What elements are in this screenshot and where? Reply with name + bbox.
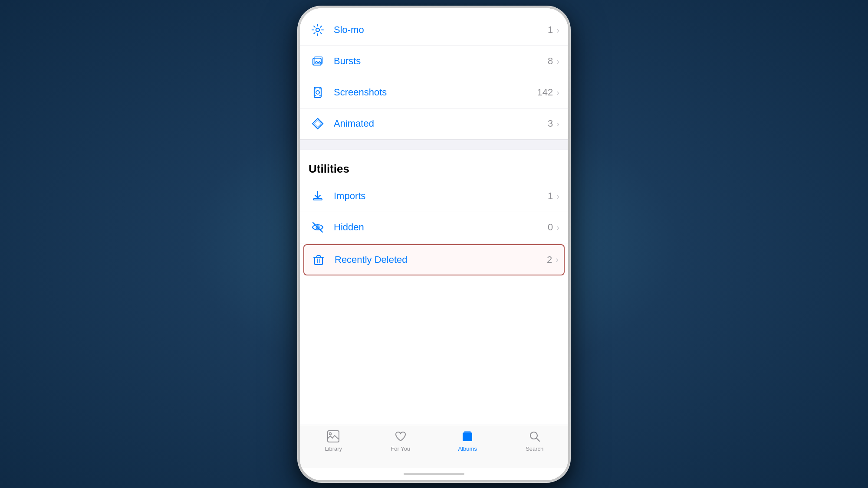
chevron-icon: › (556, 119, 559, 129)
list-item[interactable]: Bursts 8 › (300, 46, 568, 77)
svg-line-6 (320, 33, 322, 34)
list-item[interactable]: Screenshots 142 › (300, 77, 568, 108)
animated-icon (309, 115, 327, 133)
svg-line-8 (314, 33, 315, 34)
svg-rect-23 (313, 199, 322, 200)
chevron-icon: › (556, 255, 559, 265)
item-label: Hidden (334, 222, 548, 233)
svg-rect-33 (464, 431, 471, 433)
tab-library[interactable]: Library (312, 429, 355, 452)
svg-line-5 (314, 26, 315, 27)
screen-content: Slo-mo 1 › Bursts 8 (300, 8, 568, 480)
item-label: Slo-mo (334, 24, 548, 36)
chevron-icon: › (556, 56, 559, 66)
list-item[interactable]: Slo-mo 1 › (300, 15, 568, 46)
top-spacing (300, 8, 568, 15)
svg-point-0 (316, 28, 319, 32)
hidden-icon (309, 218, 327, 236)
svg-line-7 (320, 26, 322, 27)
item-label: Bursts (334, 56, 548, 67)
svg-rect-32 (463, 432, 472, 441)
tab-search-label: Search (526, 445, 543, 452)
item-label: Screenshots (334, 87, 537, 98)
item-label: Imports (334, 190, 548, 202)
for-you-icon (394, 429, 408, 443)
home-bar (404, 473, 464, 475)
item-count: 1 (548, 24, 553, 36)
home-indicator (300, 468, 568, 480)
utilities-separator (300, 140, 568, 150)
list-item[interactable]: Hidden 0 › (300, 212, 568, 243)
item-count: 3 (548, 118, 553, 129)
svg-point-31 (329, 432, 332, 435)
tab-search[interactable]: Search (513, 429, 556, 452)
list-area: Slo-mo 1 › Bursts 8 (300, 15, 568, 425)
chevron-icon: › (556, 223, 559, 233)
recently-deleted-item[interactable]: Recently Deleted 2 › (303, 244, 565, 275)
utilities-section-header: Utilities (300, 150, 568, 181)
tab-albums-label: Albums (458, 445, 477, 452)
item-label: Recently Deleted (335, 254, 547, 265)
chevron-icon: › (556, 88, 559, 98)
list-item[interactable]: Imports 1 › (300, 181, 568, 212)
albums-icon (460, 429, 474, 443)
trash-icon (309, 251, 328, 269)
item-count: 1 (548, 190, 553, 202)
tab-for-you-label: For You (391, 445, 410, 452)
search-icon (528, 429, 542, 443)
item-count: 142 (537, 87, 553, 98)
chevron-icon: › (556, 191, 559, 201)
phone-screen: Slo-mo 1 › Bursts 8 (300, 8, 568, 480)
screenshots-icon (309, 83, 327, 102)
svg-rect-26 (315, 257, 322, 265)
bursts-icon (309, 52, 327, 70)
svg-point-12 (316, 91, 319, 94)
chevron-icon: › (556, 25, 559, 35)
tab-for-you[interactable]: For You (379, 429, 422, 452)
item-count: 0 (548, 222, 553, 233)
list-item[interactable]: Animated 3 › (300, 108, 568, 140)
item-count: 8 (548, 56, 553, 67)
svg-line-35 (536, 438, 539, 441)
library-icon (326, 429, 340, 443)
phone-device: Slo-mo 1 › Bursts 8 (297, 6, 571, 483)
tab-albums[interactable]: Albums (446, 429, 489, 452)
imports-icon (309, 187, 327, 205)
slo-mo-icon (309, 21, 327, 39)
item-count: 2 (547, 254, 552, 265)
item-label: Animated (334, 118, 548, 129)
tab-library-label: Library (325, 445, 342, 452)
tab-bar: Library For You (300, 425, 568, 468)
svg-line-25 (313, 223, 322, 232)
